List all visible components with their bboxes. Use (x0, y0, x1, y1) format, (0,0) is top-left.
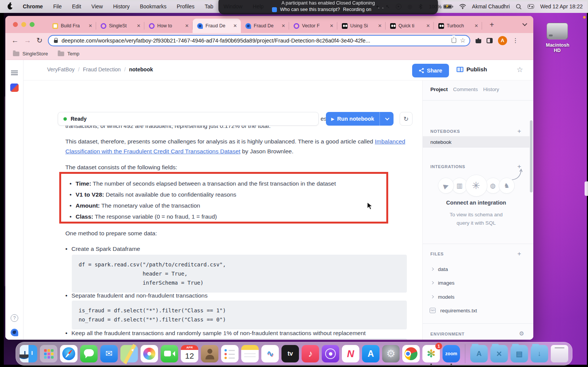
sidebar-toggle-icon[interactable] (11, 71, 18, 75)
file-requirements[interactable]: TXT requirements.txt (423, 305, 530, 316)
refresh-button[interactable]: ↻ (400, 112, 413, 126)
extensions-icon[interactable] (476, 38, 481, 43)
dock-utilities-folder-icon[interactable]: ✕ (490, 345, 508, 362)
help-icon[interactable]: ? (11, 314, 18, 322)
dock-news-icon[interactable]: N (342, 345, 359, 362)
new-tab-button[interactable]: + (490, 20, 494, 29)
dock-appstore-icon[interactable]: A (362, 345, 379, 362)
run-options-chevron[interactable] (380, 112, 394, 126)
menu-history[interactable]: History (113, 3, 130, 9)
publish-button[interactable]: Publish (457, 66, 487, 72)
breadcrumb-notebook[interactable]: notebook (129, 66, 153, 72)
lock-icon[interactable] (54, 40, 58, 43)
menu-app-name[interactable]: Chrome (23, 3, 43, 9)
dock-applications-folder-icon[interactable]: A (470, 345, 488, 362)
dock-slack-icon[interactable]: 1 (422, 345, 440, 362)
menu-edit[interactable]: Edit (72, 3, 81, 9)
tab-close-icon[interactable]: ✕ (329, 23, 334, 28)
share-page-icon[interactable] (452, 38, 456, 43)
reload-button[interactable]: ↻ (36, 36, 43, 45)
minimize-window-button[interactable] (21, 22, 26, 27)
tab-close-icon[interactable]: ✕ (88, 23, 93, 28)
share-button[interactable]: Share (412, 64, 449, 77)
dock-freeform-icon[interactable] (261, 345, 279, 362)
tab-close-icon[interactable]: ✕ (377, 23, 383, 28)
close-window-button[interactable] (13, 22, 18, 27)
notebook-list-item[interactable]: notebook (423, 136, 530, 148)
tab-close-icon[interactable]: ✕ (184, 23, 190, 28)
menu-tab[interactable]: Tab (205, 3, 213, 9)
menu-view[interactable]: View (92, 3, 103, 9)
dock-safari-icon[interactable] (60, 345, 77, 362)
panel-scrollbar[interactable] (530, 120, 533, 192)
dock-mail-icon[interactable]: ✉ (100, 345, 118, 362)
menu-bookmarks[interactable]: Bookmarks (140, 3, 166, 9)
file-folder-data[interactable]: data (423, 263, 530, 275)
tab-howto[interactable]: How to ✕ (144, 19, 193, 33)
dock-facetime-icon[interactable] (161, 345, 178, 362)
file-folder-images[interactable]: images (423, 277, 530, 288)
run-notebook-button[interactable]: ▶ Run notebook (326, 112, 394, 126)
tab-close-icon[interactable]: ✕ (232, 23, 238, 28)
profile-avatar[interactable]: A (498, 36, 507, 45)
menu-clock[interactable]: Wed 12 Apr 18:22 (540, 3, 583, 9)
side-panel-icon[interactable] (487, 38, 493, 43)
address-bar[interactable]: deepnote.com/workspace/veryfatboy-2f930b… (48, 35, 470, 46)
dock-reminders-icon[interactable] (221, 345, 239, 362)
integration-snowflake-icon[interactable]: ✳ (465, 175, 487, 197)
kernel-status-bar[interactable]: Ready (58, 112, 319, 126)
dock-finder-icon[interactable] (20, 345, 37, 362)
dock-photos-icon[interactable] (141, 345, 158, 362)
dock-zoom-icon[interactable]: zoom (443, 345, 460, 362)
dock-maps-icon[interactable] (120, 345, 138, 362)
tab-vector[interactable]: Vector F ✕ (289, 19, 337, 33)
menu-profiles[interactable]: Profiles (177, 3, 194, 9)
dock-appletv-icon[interactable]: tv (281, 345, 299, 362)
chevron-right-icon[interactable] (431, 268, 434, 271)
dock-music-icon[interactable]: ♪ (302, 345, 319, 362)
panel-tab-comments[interactable]: Comments (453, 87, 478, 92)
breadcrumb-project[interactable]: Fraud Detection (83, 66, 121, 72)
url-text[interactable]: deepnote.com/workspace/veryfatboy-2f930b… (62, 38, 448, 44)
dock-contacts-icon[interactable] (201, 345, 218, 362)
screen-edge-scroll-tab[interactable] (585, 181, 588, 196)
integration-send-icon[interactable]: ▶ (436, 175, 456, 196)
control-center-icon[interactable] (528, 4, 534, 9)
tab-using[interactable]: Using Si ✕ (337, 19, 386, 33)
chevron-right-icon[interactable] (431, 281, 434, 284)
add-file-button[interactable]: + (516, 250, 523, 258)
tab-close-icon[interactable]: ✕ (474, 23, 479, 28)
forward-button[interactable]: → (24, 36, 31, 45)
tab-quick[interactable]: Quick ti ✕ (386, 19, 434, 33)
spotlight-search-icon[interactable] (516, 4, 522, 9)
bookmark-folder-singlestore[interactable]: SingleStore (13, 51, 48, 57)
back-button[interactable]: ← (11, 36, 19, 45)
deepnote-logo-icon[interactable] (11, 329, 18, 336)
zoom-window-button[interactable] (30, 22, 35, 27)
tab-close-icon[interactable]: ✕ (281, 23, 286, 28)
tab-close-icon[interactable]: ✕ (136, 23, 141, 28)
panel-tab-history[interactable]: History (483, 87, 499, 92)
apple-menu-icon[interactable] (8, 4, 13, 9)
dock-chrome-icon[interactable] (402, 345, 420, 362)
breadcrumb-workspace[interactable]: VeryFatBoy (47, 66, 74, 72)
chrome-menu-icon[interactable]: ⋮ (512, 37, 518, 44)
user-name[interactable]: Akmal Chaudhri (472, 3, 510, 9)
menu-file[interactable]: File (53, 3, 62, 9)
dock-calendar-icon[interactable]: APR 12 (181, 345, 198, 362)
dock-documents-folder-icon[interactable]: ▤ (511, 345, 528, 362)
cc-banner-line2[interactable]: Who can see this transcript? (280, 7, 340, 12)
tab-build[interactable]: Build Fra ✕ (48, 19, 96, 33)
add-notebook-button[interactable]: + (516, 128, 523, 135)
dock-downloads-folder-icon[interactable]: ↓ (531, 345, 548, 362)
chevron-right-icon[interactable] (431, 295, 434, 298)
tab-turboch[interactable]: Turboch ✕ (434, 19, 482, 33)
tab-close-icon[interactable]: ✕ (425, 23, 431, 28)
environment-settings-gear-icon[interactable]: ⚙ (519, 330, 524, 337)
tab-fraud-detection-active[interactable]: Fraud De ✕ (193, 19, 241, 33)
dock-trash-icon[interactable] (551, 345, 568, 362)
connect-integration-title[interactable]: Connect an integration (423, 200, 530, 206)
cc-collapse-chevrons[interactable]: ˆ ˆ (378, 7, 384, 12)
wifi-icon[interactable] (459, 4, 466, 9)
tab-singlestore[interactable]: SingleSt ✕ (96, 19, 144, 33)
